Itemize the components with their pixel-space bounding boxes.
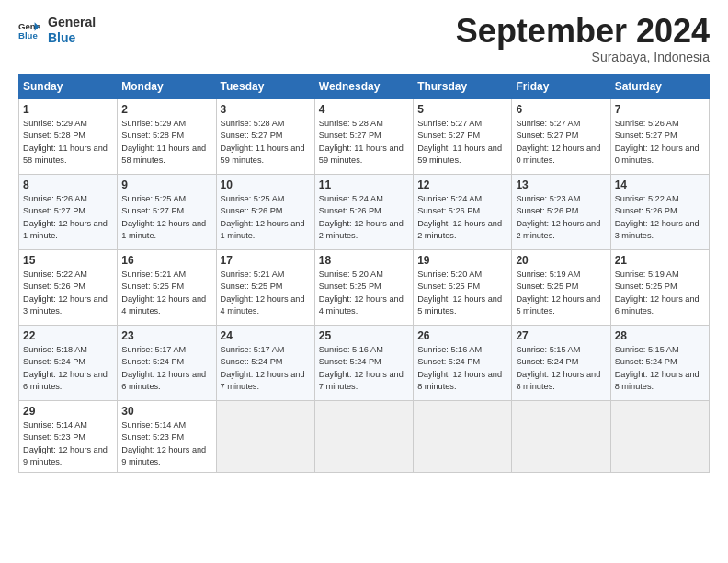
day-number: 7 xyxy=(615,103,705,116)
calendar-cell: 18Sunrise: 5:20 AMSunset: 5:25 PMDayligh… xyxy=(314,250,413,326)
calendar-cell: 24Sunrise: 5:17 AMSunset: 5:24 PMDayligh… xyxy=(216,326,314,401)
calendar-cell: 10Sunrise: 5:25 AMSunset: 5:26 PMDayligh… xyxy=(216,175,314,250)
day-number: 26 xyxy=(417,329,507,342)
calendar-cell: 28Sunrise: 5:15 AMSunset: 5:24 PMDayligh… xyxy=(610,326,709,401)
calendar-cell: 22Sunrise: 5:18 AMSunset: 5:24 PMDayligh… xyxy=(19,326,118,401)
day-number: 12 xyxy=(417,178,507,191)
calendar-cell: 15Sunrise: 5:22 AMSunset: 5:26 PMDayligh… xyxy=(19,250,118,326)
calendar-cell: 14Sunrise: 5:22 AMSunset: 5:26 PMDayligh… xyxy=(610,175,709,250)
day-number: 1 xyxy=(23,103,113,116)
calendar-cell: 9Sunrise: 5:25 AMSunset: 5:27 PMDaylight… xyxy=(118,175,216,250)
day-info: Sunrise: 5:20 AMSunset: 5:25 PMDaylight:… xyxy=(319,270,404,316)
day-info: Sunrise: 5:15 AMSunset: 5:24 PMDaylight:… xyxy=(615,345,700,391)
header: General Blue General Blue September 2024… xyxy=(18,15,710,64)
calendar-cell: 17Sunrise: 5:21 AMSunset: 5:25 PMDayligh… xyxy=(216,250,314,326)
title-block: September 2024 Surabaya, Indonesia xyxy=(456,15,710,64)
day-number: 16 xyxy=(121,254,211,267)
day-info: Sunrise: 5:27 AMSunset: 5:27 PMDaylight:… xyxy=(417,119,502,165)
day-number: 11 xyxy=(319,178,409,191)
calendar-cell: 29Sunrise: 5:14 AMSunset: 5:23 PMDayligh… xyxy=(19,401,118,473)
day-info: Sunrise: 5:29 AMSunset: 5:28 PMDaylight:… xyxy=(23,119,108,165)
week-row-3: 15Sunrise: 5:22 AMSunset: 5:26 PMDayligh… xyxy=(19,250,710,326)
day-number: 19 xyxy=(417,254,507,267)
day-number: 13 xyxy=(516,178,606,191)
day-info: Sunrise: 5:18 AMSunset: 5:24 PMDaylight:… xyxy=(23,345,108,391)
day-info: Sunrise: 5:26 AMSunset: 5:27 PMDaylight:… xyxy=(23,194,108,240)
day-number: 27 xyxy=(516,329,606,342)
day-number: 17 xyxy=(221,254,311,267)
calendar-cell xyxy=(610,401,709,473)
day-number: 14 xyxy=(615,178,705,191)
day-info: Sunrise: 5:22 AMSunset: 5:26 PMDaylight:… xyxy=(615,194,700,240)
day-info: Sunrise: 5:16 AMSunset: 5:24 PMDaylight:… xyxy=(319,345,404,391)
day-info: Sunrise: 5:21 AMSunset: 5:25 PMDaylight:… xyxy=(121,270,206,316)
day-info: Sunrise: 5:24 AMSunset: 5:26 PMDaylight:… xyxy=(417,194,502,240)
day-number: 6 xyxy=(516,103,606,116)
col-header-wednesday: Wednesday xyxy=(314,75,413,99)
day-number: 15 xyxy=(23,254,113,267)
day-number: 29 xyxy=(23,405,113,418)
location-subtitle: Surabaya, Indonesia xyxy=(456,50,710,64)
day-info: Sunrise: 5:23 AMSunset: 5:26 PMDaylight:… xyxy=(516,194,600,240)
calendar-cell: 2Sunrise: 5:29 AMSunset: 5:28 PMDaylight… xyxy=(118,99,216,175)
calendar-cell xyxy=(314,401,413,473)
calendar-cell xyxy=(216,401,314,473)
day-info: Sunrise: 5:26 AMSunset: 5:27 PMDaylight:… xyxy=(615,119,700,165)
day-number: 23 xyxy=(121,329,211,342)
calendar-cell: 8Sunrise: 5:26 AMSunset: 5:27 PMDaylight… xyxy=(19,175,118,250)
day-info: Sunrise: 5:19 AMSunset: 5:25 PMDaylight:… xyxy=(615,270,700,316)
logo: General Blue General Blue xyxy=(18,15,96,46)
day-info: Sunrise: 5:16 AMSunset: 5:24 PMDaylight:… xyxy=(417,345,502,391)
calendar-cell: 12Sunrise: 5:24 AMSunset: 5:26 PMDayligh… xyxy=(414,175,512,250)
day-number: 8 xyxy=(23,178,113,191)
day-number: 9 xyxy=(121,178,211,191)
day-number: 2 xyxy=(121,103,211,116)
svg-text:Blue: Blue xyxy=(18,30,38,40)
calendar-cell: 4Sunrise: 5:28 AMSunset: 5:27 PMDaylight… xyxy=(314,99,413,175)
calendar-page: General Blue General Blue September 2024… xyxy=(0,0,728,563)
day-number: 24 xyxy=(221,329,311,342)
logo-text-blue: Blue xyxy=(48,30,96,46)
calendar-cell: 23Sunrise: 5:17 AMSunset: 5:24 PMDayligh… xyxy=(118,326,216,401)
day-info: Sunrise: 5:14 AMSunset: 5:23 PMDaylight:… xyxy=(121,420,206,466)
day-number: 18 xyxy=(319,254,409,267)
calendar-cell: 6Sunrise: 5:27 AMSunset: 5:27 PMDaylight… xyxy=(512,99,610,175)
week-row-4: 22Sunrise: 5:18 AMSunset: 5:24 PMDayligh… xyxy=(19,326,710,401)
week-row-5: 29Sunrise: 5:14 AMSunset: 5:23 PMDayligh… xyxy=(19,401,710,473)
col-header-saturday: Saturday xyxy=(610,75,709,99)
day-info: Sunrise: 5:25 AMSunset: 5:26 PMDaylight:… xyxy=(221,194,305,240)
calendar-cell: 21Sunrise: 5:19 AMSunset: 5:25 PMDayligh… xyxy=(610,250,709,326)
calendar-cell: 27Sunrise: 5:15 AMSunset: 5:24 PMDayligh… xyxy=(512,326,610,401)
week-row-1: 1Sunrise: 5:29 AMSunset: 5:28 PMDaylight… xyxy=(19,99,710,175)
day-info: Sunrise: 5:21 AMSunset: 5:25 PMDaylight:… xyxy=(221,270,305,316)
calendar-cell: 3Sunrise: 5:28 AMSunset: 5:27 PMDaylight… xyxy=(216,99,314,175)
day-number: 28 xyxy=(615,329,705,342)
col-header-sunday: Sunday xyxy=(19,75,118,99)
calendar-cell: 11Sunrise: 5:24 AMSunset: 5:26 PMDayligh… xyxy=(314,175,413,250)
day-number: 30 xyxy=(121,405,211,418)
day-info: Sunrise: 5:25 AMSunset: 5:27 PMDaylight:… xyxy=(121,194,206,240)
day-info: Sunrise: 5:17 AMSunset: 5:24 PMDaylight:… xyxy=(121,345,206,391)
col-header-friday: Friday xyxy=(512,75,610,99)
calendar-table: SundayMondayTuesdayWednesdayThursdayFrid… xyxy=(18,74,710,473)
header-row: SundayMondayTuesdayWednesdayThursdayFrid… xyxy=(19,75,710,99)
calendar-cell: 25Sunrise: 5:16 AMSunset: 5:24 PMDayligh… xyxy=(314,326,413,401)
day-info: Sunrise: 5:19 AMSunset: 5:25 PMDaylight:… xyxy=(516,270,600,316)
col-header-thursday: Thursday xyxy=(414,75,512,99)
day-info: Sunrise: 5:15 AMSunset: 5:24 PMDaylight:… xyxy=(516,345,600,391)
calendar-cell: 16Sunrise: 5:21 AMSunset: 5:25 PMDayligh… xyxy=(118,250,216,326)
calendar-cell: 13Sunrise: 5:23 AMSunset: 5:26 PMDayligh… xyxy=(512,175,610,250)
calendar-cell: 5Sunrise: 5:27 AMSunset: 5:27 PMDaylight… xyxy=(414,99,512,175)
day-info: Sunrise: 5:28 AMSunset: 5:27 PMDaylight:… xyxy=(319,119,404,165)
day-number: 3 xyxy=(221,103,311,116)
day-info: Sunrise: 5:20 AMSunset: 5:25 PMDaylight:… xyxy=(417,270,502,316)
day-number: 5 xyxy=(417,103,507,116)
col-header-monday: Monday xyxy=(118,75,216,99)
day-info: Sunrise: 5:29 AMSunset: 5:28 PMDaylight:… xyxy=(121,119,206,165)
day-number: 4 xyxy=(319,103,409,116)
week-row-2: 8Sunrise: 5:26 AMSunset: 5:27 PMDaylight… xyxy=(19,175,710,250)
calendar-cell: 30Sunrise: 5:14 AMSunset: 5:23 PMDayligh… xyxy=(118,401,216,473)
day-info: Sunrise: 5:24 AMSunset: 5:26 PMDaylight:… xyxy=(319,194,404,240)
calendar-cell: 1Sunrise: 5:29 AMSunset: 5:28 PMDaylight… xyxy=(19,99,118,175)
day-info: Sunrise: 5:22 AMSunset: 5:26 PMDaylight:… xyxy=(23,270,108,316)
